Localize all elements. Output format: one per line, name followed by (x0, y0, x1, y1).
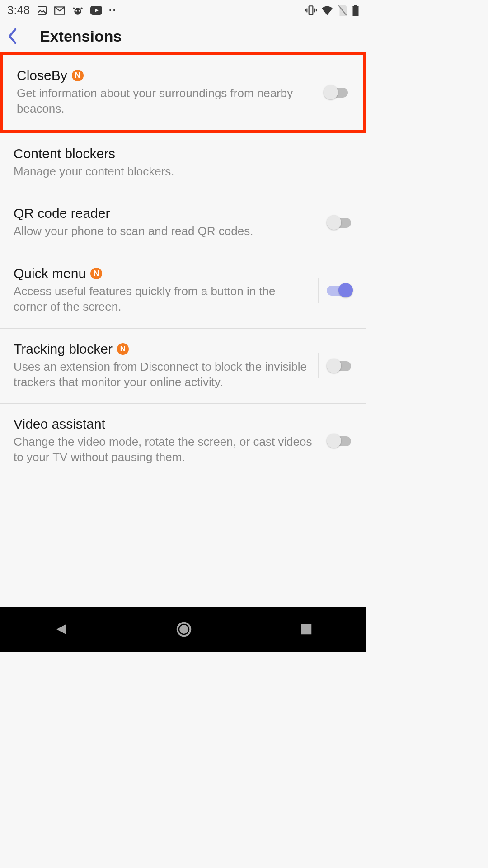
extensions-list: CloseBy N Get information about your sur… (0, 52, 366, 479)
new-badge-icon: N (90, 268, 102, 279)
extension-text: Content blockers Manage your content blo… (14, 146, 353, 179)
extension-desc: Access useful features quickly from a bu… (14, 284, 311, 315)
status-left: 3:48 ·· (7, 4, 117, 17)
extension-title: Content blockers (14, 146, 115, 161)
status-time: 3:48 (7, 4, 30, 17)
back-button[interactable] (7, 28, 19, 45)
extension-title: Quick menu (14, 266, 86, 281)
new-badge-icon: N (117, 343, 129, 355)
extension-text: Video assistant Change the video mode, r… (14, 416, 319, 465)
svg-point-3 (80, 7, 82, 9)
video-toggle[interactable] (327, 434, 353, 448)
new-badge-icon: N (72, 70, 84, 81)
extension-title: QR code reader (14, 206, 110, 221)
extension-qr[interactable]: QR code reader Allow your phone to scan … (0, 193, 366, 253)
extension-title: Video assistant (14, 416, 105, 432)
extension-desc: Manage your content blockers. (14, 164, 353, 179)
navigation-bar (0, 607, 366, 652)
svg-point-17 (181, 626, 188, 633)
extension-title: CloseBy (17, 68, 67, 83)
svg-rect-0 (38, 6, 46, 14)
nav-home-button[interactable] (175, 621, 192, 638)
status-more-icon: ·· (109, 4, 117, 17)
svg-rect-15 (354, 5, 357, 6)
qr-toggle[interactable] (327, 215, 353, 230)
battery-icon (352, 5, 359, 16)
extension-closeby[interactable]: CloseBy N Get information about your sur… (0, 52, 366, 133)
app-bar: Extensions (0, 20, 366, 52)
svg-point-5 (75, 10, 77, 11)
extension-text: Quick menu N Access useful features quic… (14, 266, 311, 315)
gmail-icon (54, 5, 66, 16)
closeby-toggle[interactable] (324, 85, 350, 99)
page-title: Extensions (40, 28, 122, 45)
extension-text: CloseBy N Get information about your sur… (17, 68, 308, 117)
svg-rect-18 (301, 624, 312, 635)
extension-text: QR code reader Allow your phone to scan … (14, 206, 319, 239)
tracking-toggle[interactable] (327, 359, 353, 373)
toggle-divider (318, 278, 353, 303)
svg-point-2 (74, 8, 81, 14)
extension-desc: Change the video mode, rotate the screen… (14, 434, 319, 465)
youtube-icon (90, 5, 103, 15)
extension-desc: Uses an extension from Disconnect to blo… (14, 359, 311, 390)
extension-content-blockers[interactable]: Content blockers Manage your content blo… (0, 133, 366, 193)
svg-point-4 (73, 7, 75, 9)
extension-desc: Allow your phone to scan and read QR cod… (14, 224, 319, 239)
toggle-divider (315, 80, 350, 105)
vibrate-icon (305, 5, 317, 16)
extension-text: Tracking blocker N Uses an extension fro… (14, 341, 311, 390)
extension-quick-menu[interactable]: Quick menu N Access useful features quic… (0, 253, 366, 329)
extension-video-assistant[interactable]: Video assistant Change the video mode, r… (0, 404, 366, 479)
nav-back-button[interactable] (53, 622, 69, 637)
reddit-icon (72, 5, 84, 16)
nav-recents-button[interactable] (300, 623, 313, 636)
svg-point-6 (78, 10, 80, 11)
status-right (305, 5, 359, 16)
toggle-divider (318, 353, 353, 378)
svg-rect-8 (309, 6, 313, 15)
svg-rect-14 (353, 6, 359, 16)
quick-menu-toggle[interactable] (327, 283, 353, 297)
photos-icon (37, 5, 47, 16)
extension-title: Tracking blocker (14, 341, 113, 357)
wifi-icon (321, 5, 333, 15)
status-bar: 3:48 ·· (0, 0, 366, 20)
no-sim-icon (338, 5, 347, 16)
extension-tracking-blocker[interactable]: Tracking blocker N Uses an extension fro… (0, 329, 366, 404)
extension-desc: Get information about your surroundings … (17, 86, 308, 117)
